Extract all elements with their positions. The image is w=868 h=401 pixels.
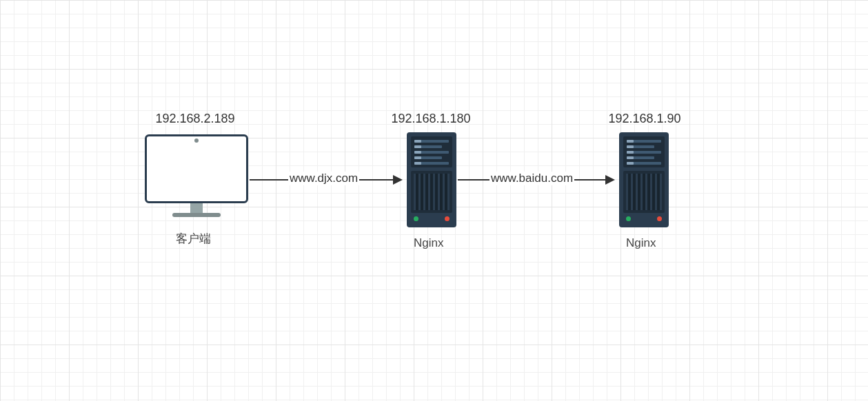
client-ip-label: 192.168.2.189 — [150, 112, 240, 126]
connection-2-arrowhead — [605, 175, 615, 185]
connection-1-label: www.djx.com — [288, 172, 359, 185]
server1-icon — [407, 132, 456, 227]
client-caption: 客户端 — [176, 231, 211, 247]
server1-caption: Nginx — [414, 236, 443, 250]
client-monitor-icon — [145, 134, 248, 224]
server2-icon — [619, 132, 669, 227]
server2-caption: Nginx — [626, 236, 656, 250]
server1-ip-label: 192.168.1.180 — [386, 112, 476, 126]
connection-2-label: www.baidu.com — [489, 172, 574, 185]
connection-1-arrowhead — [393, 175, 403, 185]
server2-ip-label: 192.168.1.90 — [600, 112, 689, 126]
diagram-stage: 192.168.2.189 客户端 192.168.1.180 Nginx 19… — [0, 0, 868, 401]
